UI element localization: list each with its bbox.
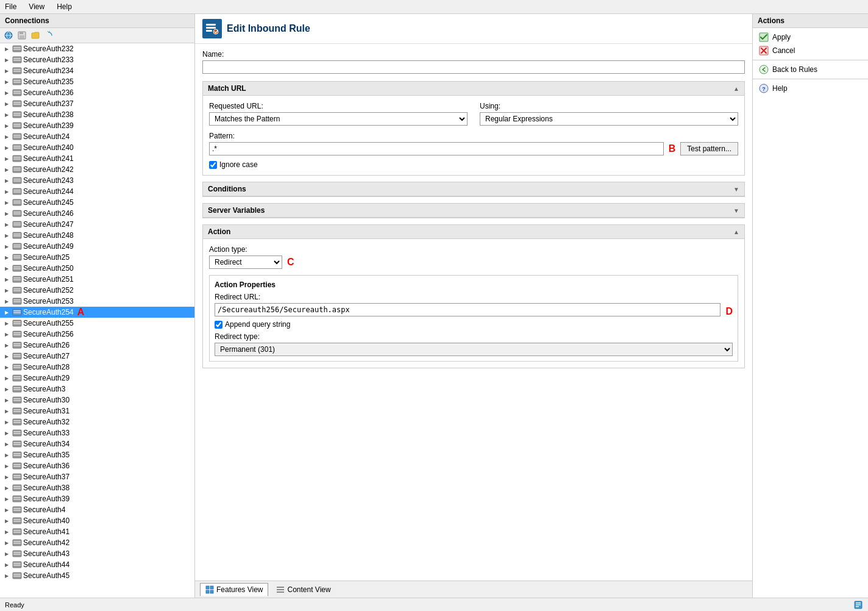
tree-item-SecureAuth31[interactable]: ▶SecureAuth31: [0, 406, 194, 416]
tree-item-SecureAuth241[interactable]: ▶SecureAuth241: [0, 153, 194, 164]
toolbar-save-btn[interactable]: [16, 29, 28, 41]
tree-item-SecureAuth28[interactable]: ▶SecureAuth28: [0, 362, 194, 373]
svg-rect-73: [13, 288, 21, 290]
using-select[interactable]: Regular Expressions Wildcards Exact Matc…: [480, 112, 738, 126]
toolbar-globe-btn[interactable]: [2, 29, 15, 41]
svg-rect-37: [13, 157, 21, 158]
tree-item-SecureAuth246[interactable]: ▶SecureAuth246: [0, 208, 194, 219]
pattern-label: Pattern:: [209, 132, 738, 140]
tree-container[interactable]: ▶SecureAuth232▶SecureAuth233▶SecureAuth2…: [0, 43, 194, 598]
tree-item-SecureAuth253[interactable]: ▶SecureAuth253: [0, 296, 194, 307]
append-query-string-checkbox[interactable]: [215, 321, 222, 329]
test-pattern-button[interactable]: Test pattern...: [680, 142, 738, 155]
tree-node-icon: [12, 198, 23, 207]
tree-item-label: SecureAuth256: [23, 330, 74, 338]
tree-item-SecureAuth243[interactable]: ▶SecureAuth243: [0, 175, 194, 186]
tree-node-icon: [12, 209, 23, 218]
tree-item-SecureAuth234[interactable]: ▶SecureAuth234: [0, 65, 194, 76]
pattern-input[interactable]: [209, 142, 664, 155]
name-input[interactable]: [202, 60, 745, 74]
tree-item-SecureAuth27[interactable]: ▶SecureAuth27: [0, 351, 194, 362]
tree-item-SecureAuth29[interactable]: ▶SecureAuth29: [0, 373, 194, 384]
action-properties: Action Properties Redirect URL: D Append…: [209, 275, 738, 362]
tree-item-SecureAuth232[interactable]: ▶SecureAuth232: [0, 43, 194, 54]
tree-item-label: SecureAuth45: [23, 571, 69, 580]
tree-item-SecureAuth25[interactable]: ▶SecureAuth25: [0, 252, 194, 263]
menu-view[interactable]: View: [26, 1, 47, 12]
ignore-case-label: Ignore case: [219, 160, 258, 169]
menu-help[interactable]: Help: [54, 1, 74, 12]
tree-item-SecureAuth32[interactable]: ▶SecureAuth32: [0, 416, 194, 427]
action-type-select[interactable]: Redirect Rewrite CustomResponse AbortReq…: [209, 255, 282, 269]
tree-item-SecureAuth38[interactable]: ▶SecureAuth38: [0, 482, 194, 493]
tree-item-SecureAuth251[interactable]: ▶SecureAuth251: [0, 274, 194, 285]
tree-item-label: SecureAuth243: [23, 176, 74, 185]
svg-rect-97: [13, 376, 21, 377]
tree-item-SecureAuth233[interactable]: ▶SecureAuth233: [0, 54, 194, 65]
tree-item-SecureAuth26[interactable]: ▶SecureAuth26: [0, 340, 194, 351]
tree-item-SecureAuth254[interactable]: ▶SecureAuth254A: [0, 307, 194, 318]
action-type-row: Action type: Redirect Rewrite CustomResp…: [209, 245, 738, 269]
tree-item-SecureAuth237[interactable]: ▶SecureAuth237: [0, 98, 194, 109]
tree-node-icon: [12, 241, 23, 251]
content-view-button[interactable]: Content View: [271, 583, 336, 596]
toolbar-refresh-btn[interactable]: [43, 29, 55, 41]
tree-item-SecureAuth45[interactable]: ▶SecureAuth45: [0, 570, 194, 581]
back-to-rules-action[interactable]: Back to Rules: [753, 63, 868, 76]
features-view-button[interactable]: Features View: [200, 583, 268, 596]
tree-item-SecureAuth3[interactable]: ▶SecureAuth3: [0, 384, 194, 395]
cancel-action[interactable]: Cancel: [753, 44, 868, 57]
tree-item-SecureAuth248[interactable]: ▶SecureAuth248: [0, 230, 194, 241]
menu-file[interactable]: File: [2, 1, 19, 12]
tree-item-SecureAuth33[interactable]: ▶SecureAuth33: [0, 427, 194, 438]
match-url-header[interactable]: Match URL ▲: [203, 82, 744, 96]
tree-item-SecureAuth40[interactable]: ▶SecureAuth40: [0, 515, 194, 526]
tree-item-SecureAuth4[interactable]: ▶SecureAuth4: [0, 504, 194, 515]
tree-item-SecureAuth256[interactable]: ▶SecureAuth256: [0, 329, 194, 340]
svg-rect-79: [13, 310, 21, 312]
requested-url-select[interactable]: Matches the Pattern Does Not Match the P…: [209, 112, 468, 126]
tree-item-SecureAuth44[interactable]: ▶SecureAuth44: [0, 559, 194, 570]
svg-rect-162: [277, 589, 284, 590]
tree-item-SecureAuth35[interactable]: ▶SecureAuth35: [0, 449, 194, 460]
tree-item-SecureAuth36[interactable]: ▶SecureAuth36: [0, 460, 194, 471]
tree-item-SecureAuth235[interactable]: ▶SecureAuth235: [0, 76, 194, 87]
tree-item-SecureAuth42[interactable]: ▶SecureAuth42: [0, 537, 194, 548]
toolbar-folder-btn[interactable]: [29, 29, 41, 41]
tree-item-SecureAuth252[interactable]: ▶SecureAuth252: [0, 285, 194, 296]
tree-item-SecureAuth255[interactable]: ▶SecureAuth255: [0, 318, 194, 329]
svg-rect-115: [13, 442, 21, 443]
tree-item-SecureAuth238[interactable]: ▶SecureAuth238: [0, 109, 194, 120]
action-title: Action: [208, 227, 230, 236]
tree-item-SecureAuth245[interactable]: ▶SecureAuth245: [0, 197, 194, 208]
server-variables-header[interactable]: Server Variables ▼: [203, 204, 744, 218]
tree-item-SecureAuth236[interactable]: ▶SecureAuth236: [0, 87, 194, 98]
tree-item-SecureAuth39[interactable]: ▶SecureAuth39: [0, 493, 194, 504]
svg-rect-44: [13, 180, 21, 182]
tree-item-SecureAuth244[interactable]: ▶SecureAuth244: [0, 186, 194, 197]
help-action[interactable]: ? Help: [753, 82, 868, 95]
tree-item-SecureAuth41[interactable]: ▶SecureAuth41: [0, 526, 194, 537]
tree-item-SecureAuth37[interactable]: ▶SecureAuth37: [0, 471, 194, 482]
redirect-type-select[interactable]: Permanent (301) Found (302) See Other (3…: [215, 343, 733, 356]
tree-item-SecureAuth247[interactable]: ▶SecureAuth247: [0, 219, 194, 230]
tree-item-SecureAuth30[interactable]: ▶SecureAuth30: [0, 395, 194, 406]
tree-node-icon: [12, 154, 23, 163]
tree-item-SecureAuth249[interactable]: ▶SecureAuth249: [0, 241, 194, 252]
action-header[interactable]: Action ▲: [203, 225, 744, 239]
svg-rect-32: [13, 137, 21, 138]
append-query-string-label: Append query string: [225, 320, 290, 329]
tree-item-SecureAuth34[interactable]: ▶SecureAuth34: [0, 438, 194, 449]
redirect-url-input[interactable]: [215, 303, 720, 316]
conditions-header[interactable]: Conditions ▼: [203, 182, 744, 196]
ignore-case-checkbox[interactable]: [209, 161, 217, 169]
tree-item-SecureAuth240[interactable]: ▶SecureAuth240: [0, 142, 194, 153]
tree-item-SecureAuth250[interactable]: ▶SecureAuth250: [0, 263, 194, 274]
tree-item-SecureAuth239[interactable]: ▶SecureAuth239: [0, 120, 194, 131]
tree-item-SecureAuth242[interactable]: ▶SecureAuth242: [0, 164, 194, 175]
apply-action[interactable]: Apply: [753, 30, 868, 44]
tree-item-SecureAuth43[interactable]: ▶SecureAuth43: [0, 548, 194, 559]
tree-item-SecureAuth24[interactable]: ▶SecureAuth24: [0, 131, 194, 142]
tree-item-label: SecureAuth237: [23, 99, 74, 108]
tree-item-label: SecureAuth250: [23, 264, 74, 273]
